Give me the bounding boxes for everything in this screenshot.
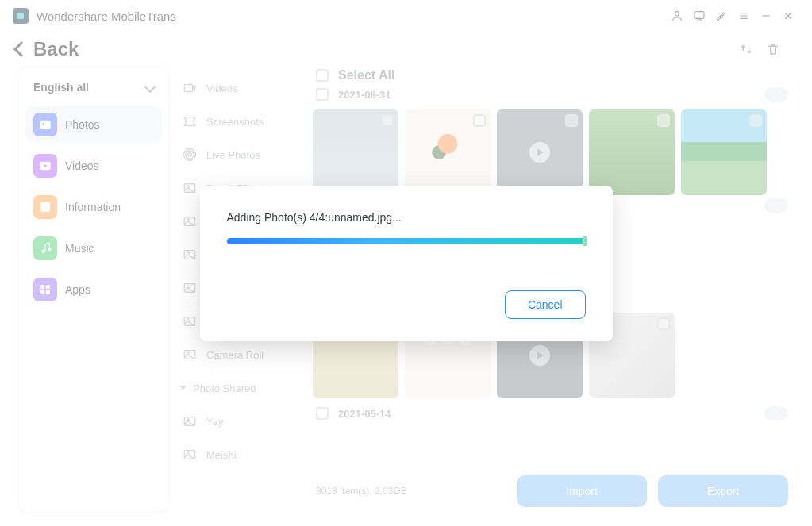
progress-bar <box>227 238 586 244</box>
cancel-label: Cancel <box>528 298 563 311</box>
modal-overlay: Adding Photo(s) 4/4:unnamed.jpg... Cance… <box>0 0 812 526</box>
cancel-button[interactable]: Cancel <box>505 290 586 319</box>
progress-message: Adding Photo(s) 4/4:unnamed.jpg... <box>227 211 586 224</box>
progress-modal: Adding Photo(s) 4/4:unnamed.jpg... Cance… <box>200 186 613 341</box>
